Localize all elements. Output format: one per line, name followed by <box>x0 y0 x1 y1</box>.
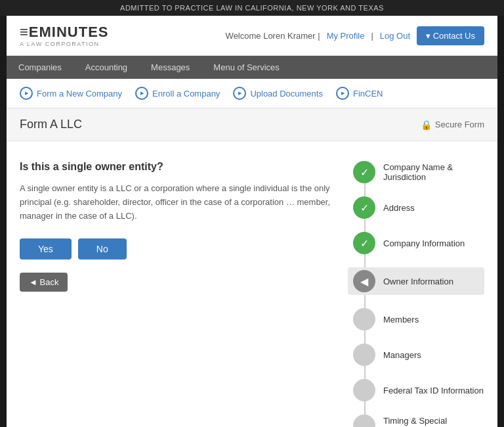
step-item-4: Members <box>353 308 484 330</box>
back-button-row: ◄ Back <box>20 273 340 292</box>
step-item-3: ◀Owner Information <box>348 267 484 295</box>
step-label-4: Members <box>383 315 419 325</box>
step-item-1: ✓Address <box>353 196 484 219</box>
page-title: Form A LLC <box>20 118 82 131</box>
sub-nav: Form a New Company Enroll a Company Uplo… <box>7 79 497 108</box>
step-item-2: ✓Company Information <box>353 232 484 254</box>
nav-companies[interactable]: Companies <box>7 56 74 79</box>
lock-icon: 🔒 <box>421 120 432 130</box>
yes-button[interactable]: Yes <box>20 238 72 259</box>
fincen-icon <box>336 87 349 100</box>
step-label-1: Address <box>383 203 415 213</box>
step-icon-4 <box>353 308 375 330</box>
upload-documents-icon <box>233 87 246 100</box>
step-item-7: Timing & Special Requests <box>353 415 484 427</box>
question-title: Is this a single owner entity? <box>20 161 340 173</box>
top-banner: ADMITTED TO PRACTICE LAW IN CALIFORNIA, … <box>0 0 504 16</box>
logo-tagline: A LAW CORPORATION <box>20 41 109 47</box>
back-button[interactable]: ◄ Back <box>20 273 68 292</box>
nav-messages[interactable]: Messages <box>139 56 201 79</box>
step-icon-6 <box>353 379 375 401</box>
question-body: A single owner entity is a LLC or a corp… <box>20 182 340 223</box>
welcome-text: Welcome Loren Kramer | <box>226 31 320 41</box>
step-label-7: Timing & Special Requests <box>383 416 484 427</box>
step-icon-5 <box>353 344 375 366</box>
form-new-company-link[interactable]: Form a New Company <box>20 87 122 100</box>
form-new-company-icon <box>20 87 33 100</box>
secure-form-badge: 🔒 Secure Form <box>421 120 484 130</box>
upload-documents-link[interactable]: Upload Documents <box>233 87 323 100</box>
log-out-link[interactable]: Log Out <box>380 31 410 41</box>
step-item-6: Federal Tax ID Information <box>353 379 484 401</box>
logo-prefix: ≡ <box>20 24 29 40</box>
step-label-6: Federal Tax ID Information <box>383 386 484 395</box>
contact-us-button[interactable]: ▾ Contact Us <box>417 26 484 45</box>
step-icon-1: ✓ <box>353 196 375 219</box>
yes-no-buttons: Yes No <box>20 238 340 259</box>
logo: ≡EMINUTES A LAW CORPORATION <box>20 24 109 47</box>
left-panel: Is this a single owner entity? A single … <box>20 161 340 427</box>
enroll-company-icon <box>135 87 148 100</box>
fincen-link[interactable]: FinCEN <box>336 87 383 100</box>
steps-panel: ✓Company Name & Jurisdiction✓Address✓Com… <box>353 161 484 427</box>
my-profile-link[interactable]: My Profile <box>327 31 365 41</box>
step-icon-2: ✓ <box>353 232 375 254</box>
nav-bar: Companies Accounting Messages Menu of Se… <box>7 56 497 79</box>
nav-accounting[interactable]: Accounting <box>74 56 139 79</box>
no-button[interactable]: No <box>78 238 127 259</box>
nav-menu-of-services[interactable]: Menu of Services <box>201 56 291 79</box>
step-icon-7 <box>353 415 375 427</box>
step-label-3: Owner Information <box>383 277 453 286</box>
step-item-5: Managers <box>353 344 484 366</box>
step-icon-0: ✓ <box>353 161 375 183</box>
page-title-bar: Form A LLC 🔒 Secure Form <box>7 108 497 141</box>
logo-text: EMINUTES <box>29 24 109 40</box>
step-icon-3: ◀ <box>353 270 375 292</box>
step-label-2: Company Information <box>383 238 465 248</box>
step-label-0: Company Name & Jurisdiction <box>383 162 484 182</box>
step-item-0: ✓Company Name & Jurisdiction <box>353 161 484 183</box>
step-label-5: Managers <box>383 350 421 360</box>
enroll-company-link[interactable]: Enroll a Company <box>135 87 220 100</box>
